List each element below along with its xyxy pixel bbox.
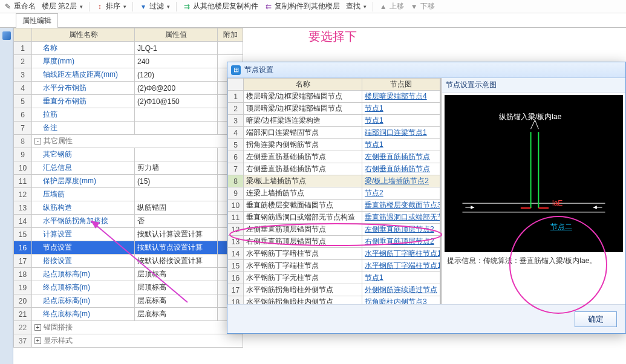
table-row[interactable]: 20起点底标高(m)层底标高 [14,294,243,308]
table-row[interactable]: 14水平钢筋拐角加搭接否 [14,215,243,228]
preview-diagram: 纵筋锚入梁/板内lae laE 节点二 [445,95,623,252]
filter-icon: ▾ [139,2,148,11]
copy-to-button[interactable]: ⇇ 复制构件到其他楼层 [263,1,341,11]
sort-label: 排序 [106,1,120,11]
copy-from-icon: ⇉ [183,2,191,11]
filter-button[interactable]: ▾ 过滤 [138,1,171,11]
table-row[interactable]: 11保护层厚度(mm)(15) [14,175,243,188]
hint-text: 提示信息：传统算法：垂直筋锚入梁/板内lae。 [447,256,621,266]
table-row[interactable]: 22+锚固搭接 [14,321,243,334]
sort-button[interactable]: ↕ 排序 [94,1,128,11]
property-panel: 属性名称 属性值 附加 1名称JLQ-12厚度(mm)2403轴线距左墙皮距离(… [13,28,243,364]
table-row[interactable]: 7右侧垂直筋基础插筋节点右侧垂直筋插筋节点 [228,163,440,175]
rename-label: 重命名 [14,1,36,11]
left-rail[interactable] [0,28,13,364]
annotation-text: 要选择下 [308,28,357,45]
table-row[interactable]: 5垂直分布钢筋(2)Φ10@150 [14,95,243,108]
col-name: 属性名称 [32,28,135,42]
col-extra: 附加 [218,28,243,42]
table-row[interactable]: 4水平分布钢筋(2)Φ8@200 [14,82,243,95]
move-down-label: 下移 [420,1,435,11]
table-row[interactable]: 8梁/板上墙插筋节点梁/板上墙插筋节点2 [228,175,440,187]
table-row[interactable]: 17搭接设置按默认搭接设置计算 [14,255,243,268]
table-row[interactable]: 16节点设置按默认节点设置计算 [14,241,243,255]
table-row[interactable]: 21终点底标高(m)层底标高 [14,308,243,321]
tab-property-edit[interactable]: 属性编辑 [16,13,58,28]
table-row[interactable]: 13右侧垂直筋顶层锚固节点右侧垂直筋顶层节点2 [228,236,440,248]
table-row[interactable]: 9其它钢筋 [14,148,243,161]
table-row[interactable]: 16水平钢筋丁字无柱节点节点1 [228,272,440,284]
find-label: 查找 [346,1,360,11]
arrow-up-icon: ▲ [379,2,388,11]
move-up-label: 上移 [390,1,404,11]
floor-value: 第2层 [58,1,77,11]
table-row[interactable]: 10垂直筋楼层变截面锚固节点垂直筋楼层变截面节点3 [228,200,440,212]
copy-to-icon: ⇇ [264,2,273,11]
table-row[interactable]: 15水平钢筋丁字端柱节点水平钢筋丁字端柱节点1 [228,260,440,272]
node-col-name: 名称 [244,79,362,91]
copy-from-label: 从其他楼层复制构件 [193,1,258,11]
rename-icon: ✎ [4,2,12,11]
table-row[interactable]: 4端部洞口连梁锚固节点端部洞口连梁节点1 [228,127,440,139]
table-row[interactable]: 37+显示样式 [14,334,243,348]
table-row[interactable]: 14水平钢筋丁字暗柱节点水平钢筋丁字暗柱节点1 [228,248,440,260]
table-row[interactable]: 3暗梁/边框梁遇连梁构造节点1 [228,115,440,127]
table-row[interactable]: 15计算设置按默认计算设置计算 [14,228,243,241]
table-row[interactable]: 19终点顶标高(m)层顶标高 [14,281,243,294]
tab-strip: 属性编辑 [0,13,626,28]
preview-header: 节点设置示意图 [442,78,625,93]
sort-icon: ↕ [96,2,104,11]
diagram-node-link[interactable]: 节点二 [550,222,572,232]
copy-from-button[interactable]: ⇉ 从其他楼层复制构件 [181,1,259,11]
table-row[interactable]: 2顶层暗梁/边框梁端部锚固节点节点1 [228,103,440,115]
table-row[interactable]: 18水平钢筋拐角暗柱内侧节点拐角暗柱内侧节点3 [228,296,440,305]
col-value: 属性值 [135,28,218,42]
tab-label: 属性编辑 [22,16,51,25]
table-row[interactable]: 10汇总信息剪力墙 [14,161,243,175]
filter-label: 过滤 [149,1,164,11]
table-row[interactable]: 2厚度(mm)240 [14,55,243,68]
table-row[interactable]: 11垂直钢筋遇洞口或端部无节点构造垂直筋遇洞口或端部无节 [228,212,440,224]
table-row[interactable]: 12压墙筋 [14,188,243,201]
toolbar: ✎ 重命名 楼层 第2层 ↕ 排序 ▾ 过滤 ⇉ 从其他楼层复制构件 ⇇ 复制构… [0,0,626,13]
ok-button[interactable]: 确定 [575,311,617,327]
diagram-label-top: 纵筋锚入梁/板内lae [499,112,561,122]
find-button[interactable]: 查找 [345,1,368,11]
node-settings-dialog: ⊞ 节点设置 名称 节点图 1楼层暗梁/边框梁端部锚固节点楼层暗梁端部节点42顶… [227,62,626,334]
floor-dropdown[interactable]: 楼层 第2层 [41,1,84,11]
rename-button[interactable]: ✎ 重命名 [2,1,37,11]
move-up-button[interactable]: ▲ 上移 [378,1,405,11]
table-row[interactable]: 6拉筋 [14,108,243,122]
table-row[interactable]: 8-其它属性 [14,135,243,148]
table-row[interactable]: 12左侧垂直筋顶层锚固节点左侧垂直筋顶层节点2 [228,224,440,236]
table-row[interactable]: 5拐角连梁内侧钢筋节点节点1 [228,139,440,151]
table-row[interactable]: 9连梁上墙插筋节点节点2 [228,187,440,200]
table-row[interactable]: 6左侧垂直筋基础插筋节点左侧垂直筋插筋节点 [228,151,440,163]
node-table[interactable]: 名称 节点图 1楼层暗梁/边框梁端部锚固节点楼层暗梁端部节点42顶层暗梁/边框梁… [227,78,440,304]
move-down-button[interactable]: ▼ 下移 [409,1,436,11]
table-row[interactable]: 17水平钢筋拐角暗柱外侧节点外侧钢筋连续通过节点 [228,284,440,296]
property-grid[interactable]: 属性名称 属性值 附加 1名称JLQ-12厚度(mm)2403轴线距左墙皮距离(… [13,28,243,348]
node-col-img: 节点图 [362,79,440,91]
table-row[interactable]: 1楼层暗梁/边框梁端部锚固节点楼层暗梁端部节点4 [228,91,440,103]
dialog-titlebar[interactable]: ⊞ 节点设置 [227,62,625,78]
dialog-icon: ⊞ [231,65,241,75]
table-row[interactable]: 18起点顶标高(m)层顶标高 [14,268,243,281]
table-row[interactable]: 3轴线距左墙皮距离(mm)(120) [14,68,243,82]
table-row[interactable]: 1名称JLQ-1 [14,42,243,55]
floor-label: 楼层 [42,1,56,11]
copy-to-label: 复制构件到其他楼层 [275,1,340,11]
table-row[interactable]: 13纵筋构造纵筋锚固 [14,201,243,215]
diagram-label-lae: laE [552,199,562,207]
arrow-down-icon: ▼ [410,2,419,11]
table-row[interactable]: 7备注 [14,122,243,135]
dialog-title: 节点设置 [244,65,273,75]
